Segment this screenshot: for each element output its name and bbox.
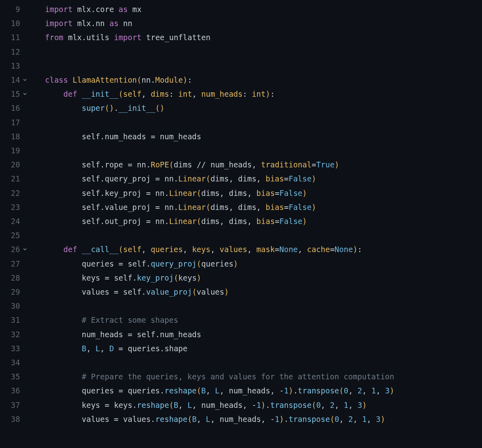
token-p: [45, 273, 82, 282]
code-line[interactable]: 14class LlamaAttention(nn.Module):: [0, 73, 482, 87]
code-line[interactable]: 27 queries = self.query_proj(queries): [0, 257, 482, 271]
token-p: ,: [206, 386, 215, 395]
token-prY: ): [288, 386, 293, 395]
code-line[interactable]: 30: [0, 299, 482, 313]
code-content[interactable]: keys = keys.reshape(B, L, num_heads, -1)…: [30, 398, 367, 412]
fold-gutter[interactable]: [20, 242, 30, 257]
code-line[interactable]: 24 self.out_proj = nn.Linear(dims, dims,…: [0, 214, 482, 228]
code-content[interactable]: self.value_proj = nn.Linear(dims, dims, …: [30, 200, 316, 214]
token-prY: ): [233, 259, 238, 268]
token-id: key_proj: [105, 189, 142, 198]
line-number: 22: [0, 186, 20, 200]
code-content[interactable]: keys = self.key_proj(keys): [30, 271, 201, 285]
code-content[interactable]: queries = queries.reshape(B, L, num_head…: [30, 384, 394, 398]
code-content[interactable]: self.rope = nn.RoPE(dims // num_heads, t…: [30, 158, 339, 172]
fold-gutter[interactable]: [20, 87, 30, 101]
line-number: 21: [0, 172, 20, 186]
code-line[interactable]: 31 # Extract some shapes: [0, 313, 482, 327]
code-content[interactable]: from mlx.utils import tree_unflatten: [30, 31, 210, 45]
token-prY: (: [174, 273, 178, 282]
token-param: bias: [256, 189, 275, 198]
code-line[interactable]: 20 self.rope = nn.RoPE(dims // num_heads…: [0, 158, 482, 172]
code-content[interactable]: B, L, D = queries.shape: [30, 342, 188, 356]
token-cls: Linear: [169, 217, 197, 226]
code-content[interactable]: class LlamaAttention(nn.Module):: [30, 73, 192, 87]
code-content[interactable]: import mlx.core as mx: [30, 2, 141, 16]
code-line[interactable]: 38 values = values.reshape(B, L, num_hea…: [0, 412, 482, 426]
token-p: [114, 386, 118, 395]
code-content[interactable]: # Extract some shapes: [30, 313, 178, 327]
token-prY: ): [353, 245, 357, 254]
code-line[interactable]: 25: [0, 228, 482, 242]
code-content[interactable]: def __init__(self, dims: int, num_heads:…: [30, 87, 275, 101]
code-line[interactable]: 33 B, L, D = queries.shape: [0, 342, 482, 356]
token-p: .: [174, 203, 178, 212]
code-line[interactable]: 13: [0, 59, 482, 73]
code-content[interactable]: # Prepare the queries, keys and values f…: [30, 370, 394, 384]
code-content[interactable]: def __call__(self, queries, keys, values…: [30, 242, 362, 257]
token-param: bias: [266, 174, 284, 183]
code-line[interactable]: 22 self.key_proj = nn.Linear(dims, dims,…: [0, 186, 482, 200]
code-line[interactable]: 15 def __init__(self, dims: int, num_hea…: [0, 87, 482, 101]
code-editor[interactable]: 9import mlx.core as mx10import mlx.nn as…: [0, 2, 482, 426]
code-line[interactable]: 10import mlx.nn as nn: [0, 16, 482, 31]
token-p: [151, 174, 155, 183]
code-content[interactable]: queries = self.query_proj(queries): [30, 257, 238, 271]
code-content[interactable]: import mlx.nn as nn: [30, 16, 132, 31]
chevron-down-icon[interactable]: [22, 73, 28, 87]
code-content[interactable]: self.query_proj = nn.Linear(dims, dims, …: [30, 172, 316, 186]
token-p: :: [188, 75, 192, 84]
token-p: ,: [220, 189, 229, 198]
code-line[interactable]: 35 # Prepare the queries, keys and value…: [0, 370, 482, 384]
token-prY: ): [197, 273, 201, 282]
code-content[interactable]: self.key_proj = nn.Linear(dims, dims, bi…: [30, 186, 307, 200]
token-prY: (: [330, 415, 334, 424]
token-p: [109, 401, 114, 409]
fold-gutter[interactable]: [20, 73, 30, 87]
code-line[interactable]: 17: [0, 116, 482, 130]
code-content[interactable]: num_heads = self.num_heads: [30, 328, 201, 342]
line-number: 23: [0, 200, 20, 214]
code-line[interactable]: 36 queries = queries.reshape(B, L, num_h…: [0, 384, 482, 398]
code-line[interactable]: 11from mlx.utils import tree_unflatten: [0, 31, 482, 45]
token-cls: int: [178, 90, 192, 98]
code-line[interactable]: 19: [0, 144, 482, 158]
code-line[interactable]: 12: [0, 45, 482, 59]
token-p: ,: [197, 415, 206, 424]
code-line[interactable]: 23 self.value_proj = nn.Linear(dims, dim…: [0, 200, 482, 214]
token-p: [63, 33, 68, 42]
token-op: =: [284, 174, 288, 183]
token-prY: ): [380, 415, 385, 424]
code-line[interactable]: 32 num_heads = self.num_heads: [0, 328, 482, 342]
code-line[interactable]: 28 keys = self.key_proj(keys): [0, 271, 482, 285]
code-content[interactable]: super().__init__(): [30, 101, 165, 115]
token-param: self: [123, 90, 142, 98]
token-op: =: [275, 189, 279, 198]
token-kw: as: [118, 5, 128, 14]
chevron-down-icon[interactable]: [22, 87, 28, 101]
token-p: .: [165, 189, 169, 198]
token-none: None: [335, 245, 353, 254]
token-p: .: [146, 259, 151, 268]
token-op: =: [114, 415, 118, 424]
code-line[interactable]: 18 self.num_heads = num_heads: [0, 130, 482, 144]
code-line[interactable]: 9import mlx.core as mx: [0, 2, 482, 16]
code-line[interactable]: 34: [0, 356, 482, 370]
code-line[interactable]: 21 self.query_proj = nn.Linear(dims, dim…: [0, 172, 482, 186]
token-param: keys: [192, 245, 210, 254]
token-param: traditional: [261, 160, 312, 169]
chevron-down-icon[interactable]: [22, 242, 28, 257]
code-content[interactable]: values = values.reshape(B, L, num_heads,…: [30, 412, 385, 426]
code-content[interactable]: self.num_heads = num_heads: [30, 130, 201, 144]
token-prY: ): [109, 104, 114, 112]
token-num: 3: [385, 386, 390, 395]
code-line[interactable]: 26 def __call__(self, queries, keys, val…: [0, 242, 482, 257]
code-line[interactable]: 29 values = self.value_proj(values): [0, 285, 482, 299]
code-content[interactable]: values = self.value_proj(values): [30, 285, 229, 299]
token-p: [128, 5, 132, 14]
code-content[interactable]: self.out_proj = nn.Linear(dims, dims, bi…: [30, 214, 307, 228]
line-number: 17: [0, 116, 20, 130]
code-line[interactable]: 37 keys = keys.reshape(B, L, num_heads, …: [0, 398, 482, 412]
code-line[interactable]: 16 super().__init__(): [0, 101, 482, 115]
token-p: .: [100, 160, 104, 169]
